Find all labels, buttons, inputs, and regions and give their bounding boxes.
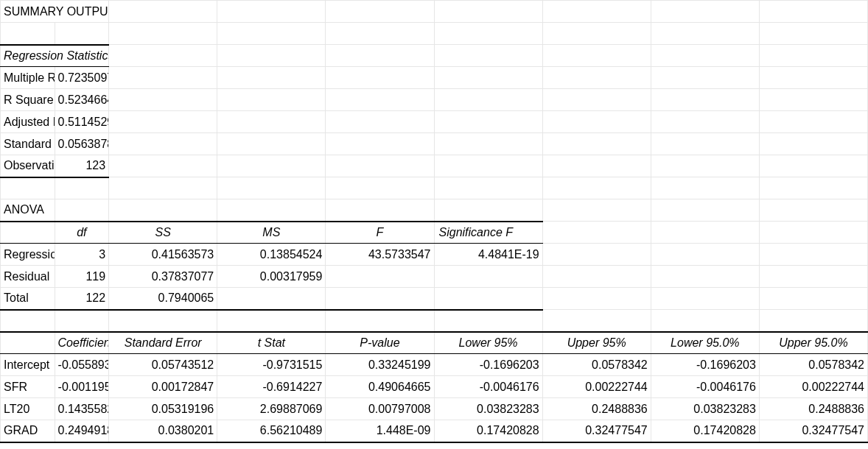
obs-label: Observations [1, 155, 55, 177]
anova-regression-sigf: 4.4841E-19 [434, 244, 542, 266]
coef-sfr-low95b: -0.0046176 [651, 376, 759, 398]
coef-grad-low95: 0.17420828 [434, 420, 542, 442]
coef-grad-up95b: 0.32477547 [759, 420, 867, 442]
adj-r-sq-label: Adjusted R Squ [1, 111, 55, 133]
coef-intercept-label: Intercept [1, 354, 55, 376]
anova-regression-f: 43.5733547 [326, 244, 434, 266]
anova-residual-ms: 0.00317959 [217, 266, 326, 288]
coef-sfr-coef: -0.0011951 [55, 376, 109, 398]
coef-header-up95: Upper 95% [542, 332, 651, 354]
coef-lt20-pval: 0.00797008 [326, 398, 434, 420]
coef-sfr-up95: 0.00222744 [542, 376, 651, 398]
anova-f-header: F [326, 222, 434, 244]
coef-sfr-pval: 0.49064665 [326, 376, 434, 398]
r-square-value: 0.5234664 [55, 89, 109, 111]
coef-header-up95b: Upper 95.0% [759, 332, 867, 354]
coef-lt20-up95b: 0.2488836 [759, 398, 867, 420]
coef-intercept-up95: 0.0578342 [542, 354, 651, 376]
coef-sfr-tstat: -0.6914227 [217, 376, 326, 398]
coef-lt20-tstat: 2.69887069 [217, 398, 326, 420]
coef-sfr-se: 0.00172847 [109, 376, 217, 398]
std-err-value: 0.05638782 [55, 133, 109, 155]
coef-intercept-se: 0.05743512 [109, 354, 217, 376]
coef-intercept-pval: 0.33245199 [326, 354, 434, 376]
anova-ms-header: MS [217, 222, 326, 244]
coef-header-se: Standard Error [109, 332, 217, 354]
coef-header-low95b: Lower 95.0% [651, 332, 759, 354]
coef-lt20-se: 0.05319196 [109, 398, 217, 420]
coef-lt20-low95b: 0.03823283 [651, 398, 759, 420]
coef-grad-up95: 0.32477547 [542, 420, 651, 442]
anova-residual-ss: 0.37837077 [109, 266, 217, 288]
summary-title: SUMMARY OUTPUT [1, 1, 109, 23]
adj-r-sq-value: 0.51145295 [55, 111, 109, 133]
coef-grad-coef: 0.24949187 [55, 420, 109, 442]
anova-ss-header: SS [109, 222, 217, 244]
anova-sigf-header: Significance F [434, 222, 542, 244]
obs-value: 123 [55, 155, 109, 177]
coef-header-pval: P-value [326, 332, 434, 354]
coef-grad-low95b: 0.17420828 [651, 420, 759, 442]
anova-regression-ss: 0.41563573 [109, 244, 217, 266]
coef-lt20-coef: 0.14355821 [55, 398, 109, 420]
coef-sfr-label: SFR [1, 376, 55, 398]
coef-header-coef: Coefficients [55, 332, 109, 354]
coef-grad-pval: 1.448E-09 [326, 420, 434, 442]
coef-intercept-tstat: -0.9731515 [217, 354, 326, 376]
anova-residual-f [326, 266, 434, 288]
coef-sfr-up95b: 0.00222744 [759, 376, 867, 398]
coef-header-low95: Lower 95% [434, 332, 542, 354]
anova-regression-label: Regression [1, 244, 55, 266]
coef-intercept-coef: -0.0558931 [55, 354, 109, 376]
anova-residual-label: Residual [1, 266, 55, 288]
anova-total-df: 122 [55, 288, 109, 310]
anova-residual-df: 119 [55, 266, 109, 288]
coef-grad-label: GRAD [1, 420, 55, 442]
multiple-r-value: 0.72350978 [55, 67, 109, 89]
anova-total-label: Total [1, 288, 55, 310]
coef-grad-tstat: 6.56210489 [217, 420, 326, 442]
coef-header-tstat: t Stat [217, 332, 326, 354]
coef-lt20-low95: 0.03823283 [434, 398, 542, 420]
coef-lt20-label: LT20 [1, 398, 55, 420]
multiple-r-label: Multiple R [1, 67, 55, 89]
r-square-label: R Square [1, 89, 55, 111]
coef-intercept-low95: -0.1696203 [434, 354, 542, 376]
anova-heading: ANOVA [1, 199, 55, 222]
anova-total-ss: 0.7940065 [109, 288, 217, 310]
coef-grad-se: 0.0380201 [109, 420, 217, 442]
anova-df-header: df [55, 222, 109, 244]
anova-regression-df: 3 [55, 244, 109, 266]
anova-total-sigf [434, 288, 542, 310]
coef-lt20-up95: 0.2488836 [542, 398, 651, 420]
coef-intercept-low95b: -0.1696203 [651, 354, 759, 376]
coef-intercept-up95b: 0.0578342 [759, 354, 867, 376]
regstats-heading: Regression Statistics [1, 45, 109, 67]
anova-regression-ms: 0.13854524 [217, 244, 326, 266]
std-err-label: Standard Erro [1, 133, 55, 155]
anova-total-ms [217, 288, 326, 310]
regression-output-table: SUMMARY OUTPUT Regression Statistics Mul… [0, 0, 868, 443]
coef-sfr-low95: -0.0046176 [434, 376, 542, 398]
anova-total-f [326, 288, 434, 310]
anova-residual-sigf [434, 266, 542, 288]
